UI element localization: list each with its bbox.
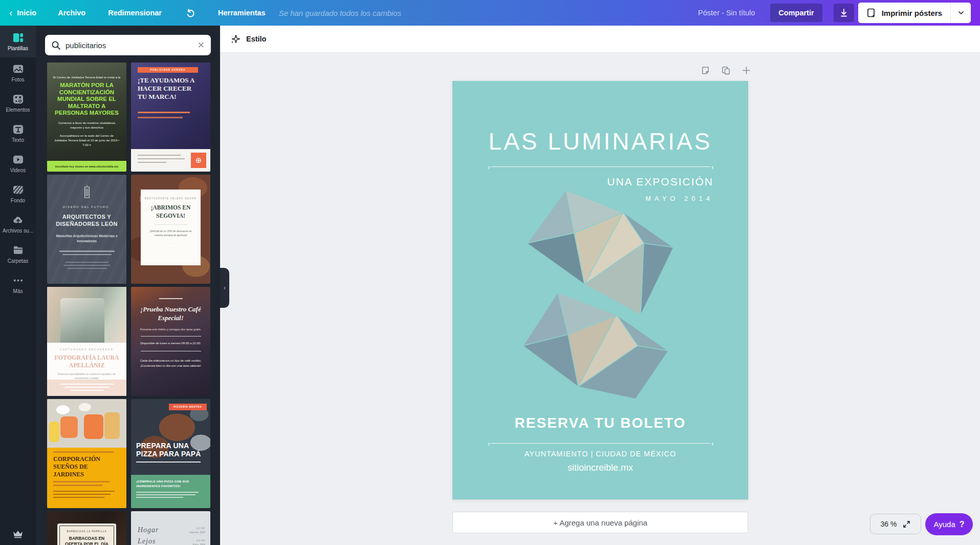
menu-archivo[interactable]: Archivo xyxy=(58,9,85,17)
template-topline: DISEÑO DEL FUTURO. xyxy=(47,205,126,208)
sidebar-label: Fotos xyxy=(11,77,24,82)
share-button[interactable]: Compartir xyxy=(770,4,822,22)
zoom-control[interactable]: 36 % xyxy=(870,514,921,534)
template-thumbnail-cafe[interactable]: ¡Prueba Nuestro Café Especial! Presenta … xyxy=(131,287,210,396)
saved-status: Se han guardado todos los cambios xyxy=(279,9,401,17)
print-options-caret[interactable] xyxy=(950,3,971,23)
more-dots-icon xyxy=(12,275,24,286)
menu-redimensionar[interactable]: Redimensionar xyxy=(108,9,162,17)
sidebar-item-fondo[interactable]: Fondo xyxy=(0,178,36,208)
template-text: Acompáñanos en la sede del Centro de Jub… xyxy=(47,130,126,148)
search-icon xyxy=(51,40,61,50)
template-subtitle: ¡CÓMPRALE UNA PIZZA CON SUS INGREDIENTES… xyxy=(131,475,210,489)
template-text: Presenta este folleto y consigue dos taz… xyxy=(131,328,210,331)
sidebar-item-elementos[interactable]: Elementos xyxy=(0,88,36,118)
sidebar-label: Carpetas xyxy=(8,258,29,264)
templates-icon xyxy=(12,32,24,44)
print-split-button: Imprimir pósters xyxy=(858,3,971,23)
octahedron-artwork[interactable] xyxy=(522,186,682,400)
template-thumbnail-jardines[interactable]: CORPORACIÓN SUEÑOS DE JARDINES xyxy=(47,399,126,508)
templates-panel: ✕ El Centro de Jubilados Tercera Edad te… xyxy=(36,26,220,545)
template-text: Disponible de lunes a viernes 08:00 a 22… xyxy=(131,341,210,346)
template-footer: Inscríbete hoy mismo en www.sitioincreib… xyxy=(47,161,126,172)
duplicate-icon xyxy=(721,66,731,75)
help-button[interactable]: Ayuda ? xyxy=(925,513,973,535)
notes-icon xyxy=(701,66,710,75)
search-bar[interactable]: ✕ xyxy=(45,35,211,55)
template-topline: RESTAURANTE VELERO NEGRO xyxy=(141,197,201,200)
sidebar-item-texto[interactable]: Texto xyxy=(0,118,36,148)
download-button[interactable] xyxy=(834,4,854,22)
videos-icon xyxy=(12,154,24,165)
template-thumbnail-marca[interactable]: PUBLICIDAD AURORA ¡TE AYUDAMOS A HACER C… xyxy=(131,62,210,172)
template-title: ¡Prueba Nuestro Café Especial! xyxy=(131,305,210,323)
sidebar-label: Fondo xyxy=(11,198,25,203)
chevron-down-icon xyxy=(958,10,964,16)
template-topline: CAPTURANDO RECUERDOS xyxy=(47,348,126,351)
sidebar-item-videos[interactable]: Videos xyxy=(0,148,36,178)
template-thumbnail-arquitectos[interactable]: DISEÑO DEL FUTURO. ARQUITECTOS Y DISEÑAD… xyxy=(47,175,126,284)
add-new-page-button[interactable]: + Agrega una nueva página xyxy=(452,512,748,533)
poster-cta[interactable]: RESERVA TU BOLETO xyxy=(452,415,748,431)
template-title: PREPARA UNA PIZZA PARA PAPÁ xyxy=(136,442,209,458)
context-toolbar: Estilo xyxy=(220,26,980,53)
add-notes-button[interactable] xyxy=(699,64,711,76)
top-bar-left: ‹ Inicio Archivo Redimensionar Herramien… xyxy=(0,8,401,18)
poster-website[interactable]: sitioincreible.mx xyxy=(452,463,748,473)
template-thumbnail-pizza[interactable]: PIZZERÍA NOSTRA PREPARA UNA PIZZA PARA P… xyxy=(131,399,210,508)
top-bar-right: Póster - Sin título Compartir Imprimir p… xyxy=(698,3,980,23)
template-thumbnail-hogar[interactable]: Hogar Lejos 12/06 Cáceres, ESP 20/06 Par… xyxy=(131,511,210,545)
template-title: CORPORACIÓN SUEÑOS DE JARDINES xyxy=(53,455,115,478)
template-photo xyxy=(47,287,126,343)
home-button[interactable]: ‹ Inicio xyxy=(9,8,36,18)
canva-editor: ‹ Inicio Archivo Redimensionar Herramien… xyxy=(0,0,980,545)
building-icon xyxy=(83,185,91,198)
globe-icon: ⊕ xyxy=(191,153,206,168)
template-thumbnail-maraton[interactable]: El Centro de Jubilados Tercera Edad te i… xyxy=(47,62,126,172)
poster-page[interactable]: LAS LUMINARIAS ›‹ UNA EXPOSICIÓN MAYO 20… xyxy=(452,81,748,499)
template-thumbnail-segovia[interactable]: RESTAURANTE VELERO NEGRO ¡ABRIMOS EN SEG… xyxy=(131,175,210,284)
style-button[interactable]: Estilo xyxy=(246,35,266,43)
sidebar-label: Plantillas xyxy=(8,46,28,51)
fullscreen-expand-icon[interactable] xyxy=(903,520,910,528)
plus-icon xyxy=(742,66,751,75)
template-text: Corramos a favor de nuestros ciudadanos … xyxy=(47,117,126,130)
template-thumbnail-fotografia[interactable]: CAPTURANDO RECUERDOS FOTOGRAFÍA LAURA AP… xyxy=(47,287,126,396)
sidebar-item-archivos-subidos[interactable]: Archivos su... xyxy=(0,208,36,239)
poster-title[interactable]: LAS LUMINARIAS xyxy=(452,128,748,155)
poster-icon xyxy=(866,8,877,18)
pro-crown-icon[interactable] xyxy=(0,530,36,539)
print-posters-button[interactable]: Imprimir pósters xyxy=(858,3,950,23)
add-page-icon-button[interactable] xyxy=(740,64,752,76)
sidebar-item-mas[interactable]: Más xyxy=(0,269,36,299)
elements-icon xyxy=(12,93,24,105)
template-text: ¡Disfruta de un 10% de descuento en nues… xyxy=(141,229,201,237)
template-thumbnail-barbacoas[interactable]: BARBACOAS LA PARRILLA BARBACOAS EN OFERT… xyxy=(47,511,126,545)
chevron-left-icon: ‹ xyxy=(224,284,226,291)
duplicate-page-button[interactable] xyxy=(720,64,732,76)
poster-organizer[interactable]: AYUNTAMIENTO | CIUDAD DE MÉXICO xyxy=(452,450,748,458)
template-dates: 12/06 Cáceres, ESP 20/06 París, FRA xyxy=(189,527,205,545)
text-icon xyxy=(12,123,24,135)
template-title: Hogar Lejos xyxy=(138,525,159,545)
photos-icon xyxy=(12,63,24,75)
sidebar-item-fotos[interactable]: Fotos xyxy=(0,57,36,88)
zoom-level: 36 % xyxy=(881,520,897,528)
search-input[interactable] xyxy=(66,41,193,50)
background-icon xyxy=(12,184,24,196)
template-badge: PUBLICIDAD AURORA xyxy=(138,67,198,73)
template-badge: PIZZERÍA NOSTRA xyxy=(169,404,207,410)
clear-search-icon[interactable]: ✕ xyxy=(198,41,205,50)
uploads-cloud-icon xyxy=(12,214,24,226)
document-title[interactable]: Póster - Sin título xyxy=(698,9,755,17)
collapse-panel-button[interactable]: ‹ xyxy=(220,268,229,308)
template-topline: BARBACOAS LA PARRILLA xyxy=(57,530,116,533)
template-text: Cada día elaboramos un tipo de café moli… xyxy=(131,359,210,369)
menu-herramientas[interactable]: Herramientas xyxy=(218,9,266,17)
folders-icon xyxy=(12,244,24,256)
sidebar-item-carpetas[interactable]: Carpetas xyxy=(0,239,36,269)
template-text: El Centro de Jubilados Tercera Edad te i… xyxy=(47,62,126,79)
sidebar-item-plantillas[interactable]: Plantillas xyxy=(0,26,36,57)
undo-icon[interactable] xyxy=(185,8,195,18)
sidebar-label: Videos xyxy=(10,167,26,173)
